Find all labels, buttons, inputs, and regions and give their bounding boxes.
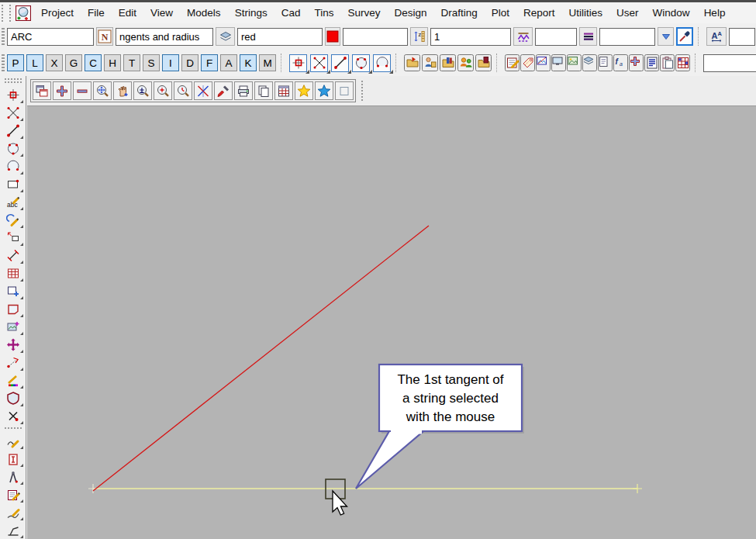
snap-l-button[interactable]: L <box>26 54 43 71</box>
model-picker-button[interactable] <box>216 27 235 46</box>
view-star-yellow-button[interactable] <box>295 81 313 100</box>
menu-drafting[interactable]: Drafting <box>434 3 485 23</box>
menu-edit[interactable]: Edit <box>112 3 143 23</box>
menu-window[interactable]: Window <box>646 3 697 23</box>
colour-field[interactable] <box>237 28 323 46</box>
menu-tins[interactable]: Tins <box>307 3 340 23</box>
view-printer-button[interactable] <box>234 81 253 100</box>
x-point-tool-button[interactable] <box>310 54 328 72</box>
text-style-button[interactable]: AA <box>706 27 727 46</box>
snap-a-button[interactable]: A <box>220 54 237 71</box>
view-zoom-extents-button[interactable] <box>93 81 112 100</box>
extra-field-1[interactable] <box>535 28 577 46</box>
snap-s-button[interactable]: S <box>143 54 160 71</box>
view-star-blue-button[interactable] <box>315 81 333 100</box>
arc-tool-button[interactable] <box>373 54 391 72</box>
folder-open-tool-button[interactable] <box>404 54 420 71</box>
grid-red-tool-button[interactable] <box>675 54 690 71</box>
book-folder-tool-button[interactable] <box>440 54 456 71</box>
clipboard-tool-button[interactable] <box>660 54 675 71</box>
sidebar-edit-note-tool[interactable] <box>3 485 23 503</box>
sidebar-move-arrows-tool[interactable] <box>3 336 23 354</box>
sidebar-image-plus-tool[interactable] <box>3 318 23 336</box>
line-tool-button[interactable] <box>331 54 349 72</box>
tin-picker-button[interactable] <box>513 27 533 46</box>
menu-file[interactable]: File <box>81 3 112 23</box>
snap-f-button[interactable]: F <box>201 54 218 71</box>
sidebar-f-arrow-tool[interactable] <box>3 521 23 539</box>
sidebar-arc-tool[interactable] <box>3 157 23 175</box>
sidebar-rectangle-tool[interactable] <box>3 175 23 193</box>
view-blank-button[interactable] <box>335 81 354 100</box>
user-folder-tool-button[interactable] <box>422 54 438 71</box>
view-pages-button[interactable] <box>254 81 273 100</box>
sidebar-point-tool[interactable] <box>3 86 23 104</box>
sidebar-pencil-wave-tool[interactable] <box>3 503 23 521</box>
snap-i-button[interactable]: I <box>162 54 179 71</box>
sidebar-polygon-tool[interactable] <box>3 300 23 318</box>
sidebar-table-tool[interactable] <box>3 264 23 282</box>
sidebar-compass-tool[interactable] <box>3 468 23 485</box>
screen-camera-tool-button[interactable] <box>551 54 566 71</box>
menu-design[interactable]: Design <box>387 3 433 23</box>
page-camera-tool-button[interactable] <box>598 54 613 71</box>
view-zoom-plusminus-button[interactable] <box>133 81 152 100</box>
sidebar-offset-point-tool[interactable] <box>3 354 23 371</box>
snap-value-field[interactable] <box>703 54 756 72</box>
users-tool-button[interactable] <box>457 54 474 71</box>
circle-tool-button[interactable] <box>352 54 370 72</box>
view-zoom-burst-button[interactable] <box>154 81 172 100</box>
sidebar-circle-tool[interactable] <box>3 140 23 157</box>
width-field[interactable] <box>430 28 511 46</box>
view-zoom-previous-button[interactable] <box>174 81 192 100</box>
fx-camera-tool-button[interactable]: fa <box>613 54 628 71</box>
sidebar-line-colours-tool[interactable] <box>3 371 23 389</box>
sidebar-move-point-tool[interactable] <box>3 229 23 247</box>
menu-report[interactable]: Report <box>516 3 562 23</box>
linestyle-field[interactable] <box>343 28 408 46</box>
toolbar-grip[interactable] <box>2 5 11 22</box>
tag-tool-button[interactable] <box>520 54 535 71</box>
view-brush-button[interactable] <box>214 81 233 100</box>
image-camera-tool-button[interactable] <box>536 54 551 71</box>
view-plus-button[interactable] <box>53 81 71 100</box>
sidebar-squiggle-tool[interactable] <box>3 432 23 450</box>
snap-x-button[interactable]: X <box>46 54 63 71</box>
menu-help[interactable]: Help <box>697 3 733 23</box>
menu-cad[interactable]: Cad <box>274 3 308 23</box>
sidebar-i-box-tool[interactable] <box>3 450 23 468</box>
toolbar-grip[interactable] <box>2 54 5 71</box>
picture-camera-tool-button[interactable] <box>567 54 582 71</box>
menu-plot[interactable]: Plot <box>485 3 516 23</box>
linetype-button[interactable] <box>579 27 597 46</box>
dropdown-button[interactable] <box>658 27 674 46</box>
menu-user[interactable]: User <box>609 3 646 23</box>
drawing-canvas[interactable]: The 1st tangent of a string selected wit… <box>27 105 756 539</box>
folder-book-tool-button[interactable] <box>475 54 492 71</box>
menu-view[interactable]: View <box>143 3 180 23</box>
sidebar-text-abc-tool[interactable]: abc <box>3 193 23 211</box>
sidebar-shield-tool[interactable] <box>3 389 23 407</box>
eyedropper-button[interactable] <box>676 27 693 46</box>
menu-survey[interactable]: Survey <box>340 3 387 23</box>
snap-d-button[interactable]: D <box>181 54 198 71</box>
view-window-cascade-button[interactable] <box>33 81 51 100</box>
sidebar-x-point-tool[interactable] <box>3 104 23 122</box>
menu-strings[interactable]: Strings <box>228 3 274 23</box>
sidebar-line-tool[interactable] <box>3 122 23 140</box>
snap-t-button[interactable]: T <box>123 54 140 71</box>
menu-models[interactable]: Models <box>180 3 228 23</box>
plus-camera-tool-button[interactable] <box>629 54 644 71</box>
sidebar-dimension-tool[interactable] <box>3 247 23 264</box>
view-minus-button[interactable] <box>73 81 91 100</box>
note-edit-tool-button[interactable] <box>505 54 520 71</box>
sidebar-delete-x-tool[interactable] <box>3 407 23 425</box>
function-field[interactable] <box>116 28 213 46</box>
menu-utilities[interactable]: Utilities <box>562 3 610 23</box>
sidebar-pencil-swirl-tool[interactable] <box>3 211 23 229</box>
sidebar-grip[interactable] <box>5 78 22 83</box>
snap-p-button[interactable]: P <box>7 54 24 71</box>
snap-c-button[interactable]: C <box>85 54 102 71</box>
snap-m-button[interactable]: M <box>259 54 276 71</box>
colour-swatch-button[interactable] <box>325 27 340 46</box>
